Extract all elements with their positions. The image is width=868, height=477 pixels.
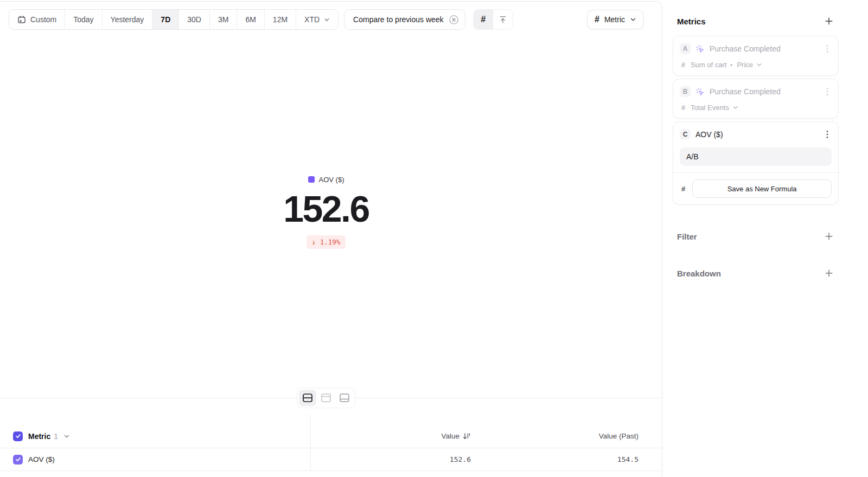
breakdown-title: Breakdown <box>677 269 721 278</box>
report-canvas: Custom Today Yesterday 7D 30D 3M 6M 12M … <box>0 1 662 477</box>
metric-event-name[interactable]: Purchase Completed <box>710 44 781 53</box>
filter-section-header: Filter <box>673 230 839 243</box>
metric-badge: B <box>680 86 691 97</box>
compare-chip[interactable]: Compare to previous week <box>344 9 465 30</box>
metrics-title: Metrics <box>677 17 706 26</box>
kebab-icon <box>826 44 828 53</box>
metric-type-label: Metric <box>604 15 625 24</box>
results-table: Metric 1 Value Value (Past) <box>0 415 662 471</box>
series-label: AOV ($) <box>319 176 344 184</box>
delta-badge: ↓ 1.19% <box>307 235 346 249</box>
metric-count: 1 <box>54 432 58 441</box>
compare-chip-label: Compare to previous week <box>353 15 444 24</box>
row-value-past: 154.5 <box>617 455 639 463</box>
metric-cards: A Purchase Completed # Su <box>673 36 868 205</box>
formula-input[interactable]: A/B <box>680 147 832 166</box>
toggle-number-view[interactable]: # <box>474 10 493 29</box>
metric-options-button[interactable] <box>823 87 832 96</box>
kebab-icon <box>826 87 828 96</box>
add-filter-button[interactable] <box>822 230 835 243</box>
metric-options-button[interactable] <box>823 44 832 53</box>
date-range-3m[interactable]: 3M <box>209 10 237 29</box>
filter-title: Filter <box>677 232 697 241</box>
layout-top-bar-icon <box>321 393 331 403</box>
measure-label: Sum of cart <box>691 61 726 69</box>
row-metric-name: AOV ($) <box>28 455 55 463</box>
metric-value: 152.6 <box>0 191 652 227</box>
metric-type-button[interactable]: # Metric <box>587 10 644 29</box>
event-cursor-icon <box>695 44 705 54</box>
hash-icon: # <box>681 185 685 193</box>
date-range-label: Custom <box>30 15 56 24</box>
date-range-custom[interactable]: Custom <box>9 10 65 29</box>
layout-switcher <box>297 388 355 408</box>
close-circle-icon[interactable] <box>449 15 459 25</box>
query-builder-sidebar: Metrics A Purchase Completed <box>663 0 868 477</box>
date-range-7d[interactable]: 7D <box>152 10 178 29</box>
layout-split-button[interactable] <box>299 390 316 406</box>
metric-card-b[interactable]: B Purchase Completed # To <box>673 79 839 119</box>
table-header-row: Metric 1 Value Value (Past) <box>0 415 662 448</box>
check-icon <box>15 433 21 439</box>
value-display-toggle: # <box>473 9 513 30</box>
chevron-down-icon <box>630 16 636 23</box>
measure-property: Price <box>737 61 753 69</box>
row-checkbox[interactable] <box>13 455 23 465</box>
add-breakdown-button[interactable] <box>822 267 835 280</box>
add-metric-button[interactable] <box>822 15 835 28</box>
date-range-xtd[interactable]: XTD <box>296 10 338 29</box>
arrow-to-top-icon <box>498 15 508 24</box>
measure-selector[interactable]: # Sum of cart Price <box>680 61 832 69</box>
event-cursor-icon <box>695 87 705 96</box>
table-column-divider <box>310 415 311 471</box>
hash-icon: # <box>481 15 486 24</box>
value-past-column-header[interactable]: Value (Past) <box>471 432 639 440</box>
check-icon <box>15 456 21 462</box>
layout-chart-only-button[interactable] <box>317 390 335 406</box>
sort-descending-icon <box>463 433 471 440</box>
report-toolbar: Custom Today Yesterday 7D 30D 3M 6M 12M … <box>9 9 644 30</box>
formula-name[interactable]: AOV ($) <box>695 130 723 139</box>
metric-event-name[interactable]: Purchase Completed <box>710 87 781 96</box>
chart-legend: AOV ($) <box>0 175 652 184</box>
measure-selector[interactable]: # Total Events <box>680 104 832 112</box>
metric-card-a[interactable]: A Purchase Completed # Su <box>673 36 839 76</box>
measure-label: Total Events <box>691 104 729 112</box>
metric-options-button[interactable] <box>823 130 832 139</box>
series-color-swatch <box>308 176 315 183</box>
metric-badge: A <box>680 43 691 54</box>
save-as-new-formula-button[interactable]: Save as New Formula <box>692 179 832 198</box>
chevron-down-icon <box>324 17 330 23</box>
layout-bottom-bar-icon <box>339 393 350 403</box>
breakdown-section-header: Breakdown <box>673 267 839 280</box>
table-row[interactable]: AOV ($) 152.6 154.5 <box>0 448 662 471</box>
metric-badge: C <box>680 129 691 140</box>
metric-column-header[interactable]: Metric <box>28 432 50 441</box>
date-range-12m[interactable]: 12M <box>264 10 296 29</box>
value-column-header[interactable]: Value <box>310 432 471 440</box>
metric-card-c-formula[interactable]: C AOV ($) A/B # Save as New Formula <box>673 121 839 205</box>
calendar-icon <box>17 15 26 24</box>
date-range-30d[interactable]: 30D <box>178 10 209 29</box>
plus-icon <box>825 17 833 25</box>
metrics-section-header: Metrics <box>673 15 839 28</box>
date-range-group: Custom Today Yesterday 7D 30D 3M 6M 12M … <box>9 9 339 30</box>
hash-icon: # <box>595 15 599 24</box>
hash-icon: # <box>681 104 685 112</box>
chevron-down-icon[interactable] <box>63 433 70 440</box>
layout-table-only-button[interactable] <box>336 390 353 406</box>
select-all-checkbox[interactable] <box>13 431 23 441</box>
hash-icon: # <box>681 61 685 69</box>
toggle-cumulative-view[interactable] <box>493 10 513 29</box>
layout-split-icon <box>302 393 313 403</box>
row-value: 152.6 <box>450 455 471 463</box>
date-range-today[interactable]: Today <box>65 10 101 29</box>
date-range-yesterday[interactable]: Yesterday <box>102 10 152 29</box>
plus-icon <box>825 232 833 241</box>
kebab-icon <box>826 130 828 139</box>
date-range-6m[interactable]: 6M <box>237 10 264 29</box>
plus-icon <box>825 269 833 278</box>
chevron-down-icon <box>732 105 738 111</box>
triangle-right-icon <box>730 63 733 67</box>
chevron-down-icon <box>756 62 762 68</box>
